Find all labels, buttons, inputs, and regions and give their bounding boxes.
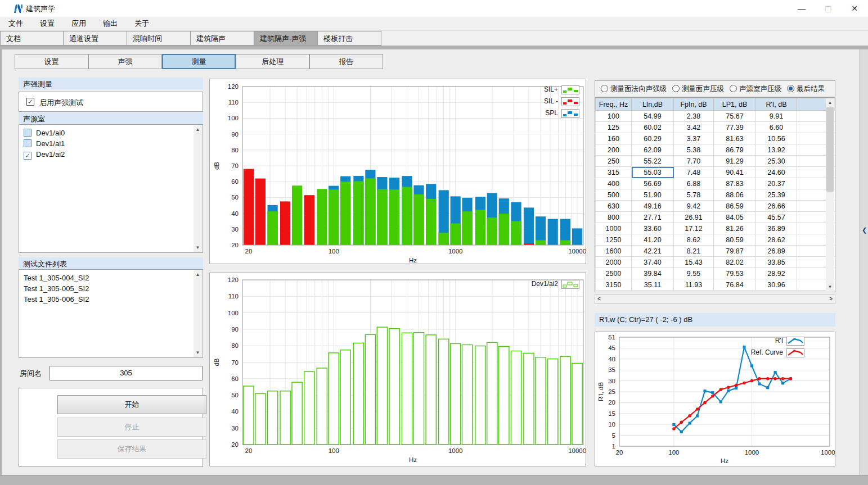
- table-cell[interactable]: 55.22: [632, 156, 674, 167]
- table-cell[interactable]: 80.59: [714, 234, 756, 246]
- table-cell[interactable]: 160: [596, 133, 632, 144]
- table-cell[interactable]: 41.20: [632, 234, 674, 246]
- table-cell[interactable]: 84.05: [714, 212, 756, 223]
- scroll-up-icon[interactable]: ▲: [826, 98, 834, 107]
- table-cell[interactable]: 56.69: [632, 178, 674, 189]
- table-cell[interactable]: 28.62: [756, 234, 797, 246]
- test-file-item[interactable]: Test 1_305-004_SI2: [19, 273, 203, 283]
- radio-dot[interactable]: [672, 85, 680, 92]
- table-cell[interactable]: 88.06: [714, 189, 756, 201]
- table-cell[interactable]: 3.42: [674, 122, 714, 133]
- scroll-up-icon[interactable]: ▲: [194, 270, 202, 279]
- scroll-down-icon[interactable]: ▼: [194, 348, 202, 357]
- maximize-button[interactable]: ▢: [816, 0, 840, 17]
- table-cell[interactable]: 25.30: [756, 156, 797, 167]
- main-tab-建筑隔声[interactable]: 建筑隔声: [191, 31, 254, 46]
- menu-item-应用[interactable]: 应用: [63, 17, 95, 30]
- table-vscrollbar[interactable]: ▲ ▼: [826, 98, 834, 291]
- enable-intensity-checkbox[interactable]: ✓: [26, 98, 34, 106]
- radio-dot[interactable]: [601, 85, 608, 92]
- channel-list-scrollbar[interactable]: ▲ ▼: [194, 125, 202, 252]
- table-cell[interactable]: 630: [596, 201, 632, 212]
- table-cell[interactable]: 400: [596, 178, 632, 189]
- table-cell[interactable]: 7.48: [674, 167, 714, 178]
- table-cell[interactable]: 82.02: [714, 257, 756, 268]
- table-cell[interactable]: 1250: [596, 234, 632, 246]
- table-cell[interactable]: 79.87: [714, 246, 756, 257]
- channel-checkbox[interactable]: [24, 139, 32, 147]
- menu-item-关于[interactable]: 关于: [126, 17, 158, 30]
- channel-row-Dev1/ai0[interactable]: Dev1/ai0: [19, 128, 203, 138]
- close-button[interactable]: ✕: [842, 0, 867, 17]
- table-cell[interactable]: 2000: [596, 257, 632, 268]
- channel-checkbox[interactable]: [24, 129, 32, 137]
- table-cell[interactable]: 8.21: [674, 246, 714, 257]
- table-cell[interactable]: 81.63: [714, 133, 756, 144]
- table-cell[interactable]: 49.16: [632, 201, 674, 212]
- table-cell[interactable]: 26.91: [674, 212, 714, 223]
- table-vscroll-thumb[interactable]: [826, 107, 834, 192]
- table-cell[interactable]: 200: [596, 144, 632, 156]
- table-hscrollbar[interactable]: < >: [595, 294, 835, 304]
- table-cell[interactable]: 77.39: [714, 122, 756, 133]
- table-cell[interactable]: 6.88: [674, 178, 714, 189]
- table-cell[interactable]: 1000: [596, 223, 632, 234]
- table-cell[interactable]: 250: [596, 156, 632, 167]
- test-file-item[interactable]: Test 1_305-006_SI2: [19, 294, 203, 305]
- table-cell[interactable]: 9.91: [756, 111, 797, 122]
- table-cell[interactable]: 5.78: [674, 189, 714, 201]
- table-cell[interactable]: 35.11: [632, 279, 674, 291]
- table-cell[interactable]: 2500: [596, 268, 632, 279]
- table-cell[interactable]: 7.70: [674, 156, 714, 167]
- table-cell[interactable]: 86.79: [714, 144, 756, 156]
- table-cell[interactable]: 36.89: [756, 223, 797, 234]
- table-cell[interactable]: 100: [596, 111, 632, 122]
- button-开始[interactable]: 开始: [57, 395, 206, 414]
- table-cell[interactable]: 79.53: [714, 268, 756, 279]
- table-cell[interactable]: 17.12: [674, 223, 714, 234]
- table-cell[interactable]: 26.89: [756, 246, 797, 257]
- test-file-item[interactable]: Test 1_305-005_SI2: [19, 283, 203, 294]
- table-cell[interactable]: 24.60: [756, 167, 797, 178]
- menu-item-文件[interactable]: 文件: [0, 17, 32, 30]
- table-cell[interactable]: 81.26: [714, 223, 756, 234]
- main-tab-通道设置[interactable]: 通道设置: [64, 31, 127, 46]
- side-panel-collapse-handle[interactable]: ❮: [860, 49, 868, 475]
- radio-测量面法向声强级[interactable]: 测量面法向声强级: [601, 84, 667, 94]
- radio-最后结果[interactable]: 最后结果: [787, 84, 825, 94]
- channel-checkbox[interactable]: ✓: [24, 152, 32, 160]
- table-cell[interactable]: 62.09: [632, 144, 674, 156]
- table-cell[interactable]: 20.37: [756, 178, 797, 189]
- table-cell[interactable]: 5.38: [674, 144, 714, 156]
- sub-tab-设置[interactable]: 设置: [15, 54, 88, 69]
- sub-tab-报告[interactable]: 报告: [309, 54, 383, 69]
- radio-声源室声压级[interactable]: 声源室声压级: [730, 84, 781, 94]
- table-cell[interactable]: 55.03: [632, 167, 674, 178]
- scroll-left-icon[interactable]: <: [597, 296, 601, 302]
- table-cell[interactable]: 60.29: [632, 133, 674, 144]
- table-cell[interactable]: 11.93: [674, 279, 714, 291]
- table-cell[interactable]: 33.60: [632, 223, 674, 234]
- sub-tab-测量[interactable]: 测量: [162, 54, 236, 69]
- table-cell[interactable]: 30.96: [756, 279, 797, 291]
- menu-item-设置[interactable]: 设置: [32, 17, 63, 30]
- scroll-down-icon[interactable]: ▼: [826, 283, 834, 291]
- table-cell[interactable]: 9.55: [674, 268, 714, 279]
- table-cell[interactable]: 54.99: [632, 111, 674, 122]
- table-cell[interactable]: 26.66: [756, 201, 797, 212]
- table-cell[interactable]: 3150: [596, 279, 632, 291]
- main-tab-楼板打击[interactable]: 楼板打击: [318, 31, 381, 46]
- table-cell[interactable]: 33.85: [756, 257, 797, 268]
- table-cell[interactable]: 51.90: [632, 189, 674, 201]
- table-cell[interactable]: 315: [596, 167, 632, 178]
- table-cell[interactable]: 39.84: [632, 268, 674, 279]
- table-cell[interactable]: 42.21: [632, 246, 674, 257]
- room-name-input[interactable]: 305: [50, 366, 203, 380]
- table-cell[interactable]: 37.40: [632, 257, 674, 268]
- table-cell[interactable]: 800: [596, 212, 632, 223]
- table-cell[interactable]: 45.57: [756, 212, 797, 223]
- sub-tab-后处理[interactable]: 后处理: [236, 54, 309, 69]
- menu-item-输出[interactable]: 输出: [95, 17, 126, 30]
- table-cell[interactable]: 28.92: [756, 268, 797, 279]
- table-cell[interactable]: 91.29: [714, 156, 756, 167]
